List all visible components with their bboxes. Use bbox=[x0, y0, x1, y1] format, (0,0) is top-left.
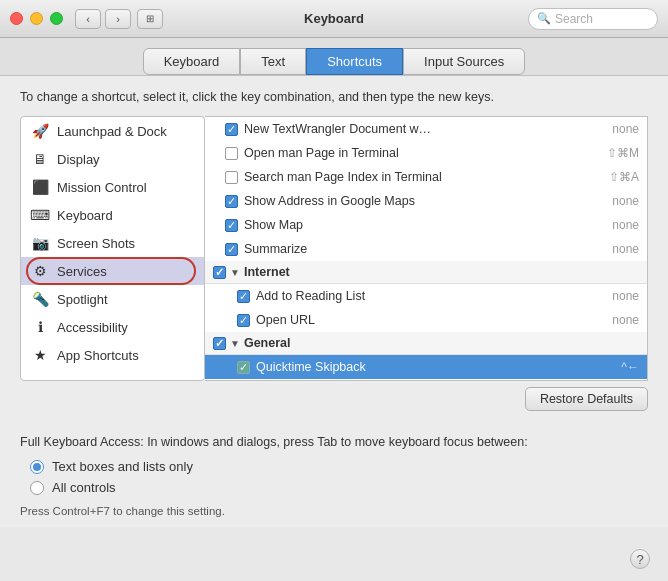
titlebar: ‹ › ⊞ Keyboard 🔍 Search bbox=[0, 0, 668, 38]
section-general[interactable]: ✓ ▼ General bbox=[205, 332, 647, 355]
key-reading-list: none bbox=[604, 289, 639, 303]
sidebar-label-keyboard: Keyboard bbox=[57, 208, 113, 223]
radio-text-boxes[interactable]: Text boxes and lists only bbox=[30, 459, 648, 474]
instruction-text: To change a shortcut, select it, click t… bbox=[20, 90, 648, 104]
triangle-general: ▼ bbox=[230, 338, 240, 349]
forward-button[interactable]: › bbox=[105, 9, 131, 29]
checkbox-manpage-index[interactable] bbox=[225, 171, 238, 184]
sidebar-label-launchpad: Launchpad & Dock bbox=[57, 124, 167, 139]
key-summarize: none bbox=[604, 242, 639, 256]
display-icon: 🖥 bbox=[31, 150, 49, 168]
sidebar-item-services[interactable]: ⚙ Services bbox=[21, 257, 204, 285]
checkbox-reading-list[interactable]: ✓ bbox=[237, 290, 250, 303]
label-showmap: Show Map bbox=[244, 218, 598, 232]
nav-buttons: ‹ › bbox=[75, 9, 131, 29]
shortcut-row-manpage[interactable]: Open man Page in Terminal ⇧⌘M bbox=[205, 141, 647, 165]
sidebar-item-mission-control[interactable]: ⬛ Mission Control bbox=[21, 173, 204, 201]
checkbox-summarize[interactable]: ✓ bbox=[225, 243, 238, 256]
sidebar-label-app-shortcuts: App Shortcuts bbox=[57, 348, 139, 363]
sidebar-item-spotlight[interactable]: 🔦 Spotlight bbox=[21, 285, 204, 313]
accessibility-icon: ℹ bbox=[31, 318, 49, 336]
close-button[interactable] bbox=[10, 12, 23, 25]
spotlight-icon: 🔦 bbox=[31, 290, 49, 308]
section-label-general: General bbox=[244, 336, 291, 350]
radio-all-controls[interactable]: All controls bbox=[30, 480, 648, 495]
sidebar-item-screenshots[interactable]: 📷 Screen Shots bbox=[21, 229, 204, 257]
tab-text[interactable]: Text bbox=[240, 48, 306, 75]
label-summarize: Summarize bbox=[244, 242, 598, 256]
sidebar: 🚀 Launchpad & Dock 🖥 Display ⬛ Mission C… bbox=[20, 116, 205, 381]
checkbox-internet-section[interactable]: ✓ bbox=[213, 266, 226, 279]
restore-defaults-button[interactable]: Restore Defaults bbox=[525, 387, 648, 411]
checkbox-general-section[interactable]: ✓ bbox=[213, 337, 226, 350]
checkbox-googlemaps[interactable]: ✓ bbox=[225, 195, 238, 208]
triangle-internet: ▼ bbox=[230, 267, 240, 278]
restore-area: Restore Defaults bbox=[20, 387, 648, 411]
sidebar-item-keyboard[interactable]: ⌨ Keyboard bbox=[21, 201, 204, 229]
shortcut-row-summarize[interactable]: ✓ Summarize none bbox=[205, 237, 647, 261]
services-icon: ⚙ bbox=[31, 262, 49, 280]
shortcut-row-quicktime[interactable]: ✓ Quicktime Skipback ^← bbox=[205, 355, 647, 379]
back-button[interactable]: ‹ bbox=[75, 9, 101, 29]
sidebar-item-launchpad[interactable]: 🚀 Launchpad & Dock bbox=[21, 117, 204, 145]
shortcut-row-googlemaps[interactable]: ✓ Show Address in Google Maps none bbox=[205, 189, 647, 213]
label-googlemaps: Show Address in Google Maps bbox=[244, 194, 598, 208]
label-textwrangler: New TextWrangler Document w… bbox=[244, 122, 598, 136]
key-manpage-index: ⇧⌘A bbox=[601, 170, 639, 184]
radio-label-all-controls: All controls bbox=[52, 480, 116, 495]
radio-label-text-boxes: Text boxes and lists only bbox=[52, 459, 193, 474]
tab-input-sources[interactable]: Input Sources bbox=[403, 48, 525, 75]
sidebar-label-display: Display bbox=[57, 152, 100, 167]
services-highlight-ring bbox=[26, 257, 196, 285]
traffic-lights bbox=[10, 12, 63, 25]
sidebar-label-services: Services bbox=[57, 264, 107, 279]
sidebar-item-app-shortcuts[interactable]: ★ App Shortcuts bbox=[21, 341, 204, 369]
radio-btn-all-controls[interactable] bbox=[30, 481, 44, 495]
radio-inner-text-boxes bbox=[33, 463, 41, 471]
keyboard-icon: ⌨ bbox=[31, 206, 49, 224]
radio-btn-text-boxes[interactable] bbox=[30, 460, 44, 474]
screenshots-icon: 📷 bbox=[31, 234, 49, 252]
checkbox-showmap[interactable]: ✓ bbox=[225, 219, 238, 232]
shortcuts-panel: ✓ New TextWrangler Document w… none Open… bbox=[205, 116, 648, 381]
maximize-button[interactable] bbox=[50, 12, 63, 25]
mission-control-icon: ⬛ bbox=[31, 178, 49, 196]
key-showmap: none bbox=[604, 218, 639, 232]
bottom-section: Full Keyboard Access: In windows and dia… bbox=[0, 421, 668, 527]
shortcut-row-showmap[interactable]: ✓ Show Map none bbox=[205, 213, 647, 237]
key-open-url: none bbox=[604, 313, 639, 327]
radio-group: Text boxes and lists only All controls bbox=[30, 459, 648, 495]
sidebar-item-display[interactable]: 🖥 Display bbox=[21, 145, 204, 173]
minimize-button[interactable] bbox=[30, 12, 43, 25]
sidebar-label-screenshots: Screen Shots bbox=[57, 236, 135, 251]
checkbox-quicktime[interactable]: ✓ bbox=[237, 361, 250, 374]
checkbox-open-url[interactable]: ✓ bbox=[237, 314, 250, 327]
section-internet[interactable]: ✓ ▼ Internet bbox=[205, 261, 647, 284]
label-manpage-index: Search man Page Index in Terminal bbox=[244, 170, 595, 184]
search-placeholder: Search bbox=[555, 12, 593, 26]
main-content: To change a shortcut, select it, click t… bbox=[0, 76, 668, 421]
shortcut-row-manpage-index[interactable]: Search man Page Index in Terminal ⇧⌘A bbox=[205, 165, 647, 189]
label-open-url: Open URL bbox=[256, 313, 598, 327]
launchpad-icon: 🚀 bbox=[31, 122, 49, 140]
search-icon: 🔍 bbox=[537, 12, 551, 25]
label-quicktime: Quicktime Skipback bbox=[256, 360, 607, 374]
shortcut-row-open-url[interactable]: ✓ Open URL none bbox=[205, 308, 647, 332]
section-label-internet: Internet bbox=[244, 265, 290, 279]
help-button[interactable]: ? bbox=[630, 549, 650, 569]
sidebar-label-mission-control: Mission Control bbox=[57, 180, 147, 195]
sidebar-label-spotlight: Spotlight bbox=[57, 292, 108, 307]
tab-shortcuts[interactable]: Shortcuts bbox=[306, 48, 403, 75]
search-box[interactable]: 🔍 Search bbox=[528, 8, 658, 30]
checkbox-textwrangler[interactable]: ✓ bbox=[225, 123, 238, 136]
sidebar-item-accessibility[interactable]: ℹ Accessibility bbox=[21, 313, 204, 341]
tab-keyboard[interactable]: Keyboard bbox=[143, 48, 241, 75]
label-manpage: Open man Page in Terminal bbox=[244, 146, 593, 160]
shortcut-row-textwrangler[interactable]: ✓ New TextWrangler Document w… none bbox=[205, 117, 647, 141]
shortcut-row-reading-list[interactable]: ✓ Add to Reading List none bbox=[205, 284, 647, 308]
checkbox-manpage[interactable] bbox=[225, 147, 238, 160]
grid-button[interactable]: ⊞ bbox=[137, 9, 163, 29]
label-reading-list: Add to Reading List bbox=[256, 289, 598, 303]
window-title: Keyboard bbox=[304, 11, 364, 26]
key-textwrangler: none bbox=[604, 122, 639, 136]
